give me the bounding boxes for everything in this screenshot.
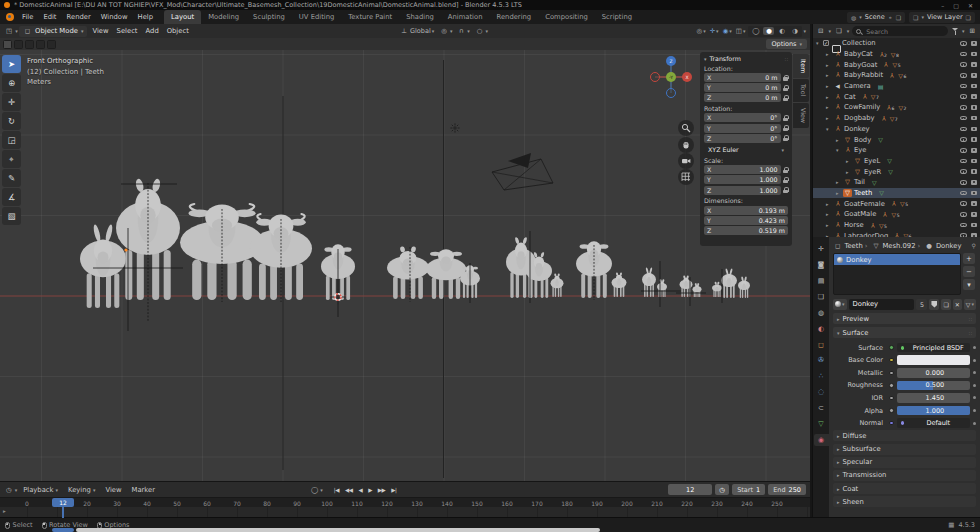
fake-user-button[interactable] <box>929 299 939 310</box>
outliner-row[interactable]: ▸ ✓ BabyCat 2 8 <box>813 49 980 60</box>
outliner-item-label[interactable]: Cat <box>844 93 856 101</box>
disable-in-render-icon[interactable] <box>971 116 978 121</box>
maximize-button[interactable]: ▢ <box>953 2 959 9</box>
collapsed-panel-header[interactable]: ▸Sheen <box>833 496 976 507</box>
filter-icon[interactable] <box>951 27 959 35</box>
menu-item[interactable]: Help <box>133 13 159 21</box>
lock-icon[interactable] <box>783 187 788 193</box>
select-mode-extend[interactable] <box>14 40 23 49</box>
outliner-item-label[interactable]: GoatMale <box>844 210 876 218</box>
camera-view-button[interactable] <box>678 153 694 169</box>
outliner-row[interactable]: ▸ ✓ LabradorDog 6 <box>813 230 980 237</box>
sidebar-tab[interactable]: Item <box>793 54 809 78</box>
location-field[interactable]: Y0 m <box>704 83 781 92</box>
workspace-tab[interactable]: Sculpting <box>246 10 292 24</box>
timeline-tracks[interactable]: ▸ <box>0 507 810 517</box>
collapsed-panel-header[interactable]: ▸Transmission <box>833 470 976 481</box>
blender-menu-icon[interactable] <box>6 13 14 21</box>
lock-icon[interactable] <box>783 85 788 91</box>
tool-button[interactable]: ⌖ <box>2 150 21 168</box>
remove-slot-button[interactable]: − <box>963 266 975 277</box>
expand-arrow-icon[interactable]: ▾ <box>826 126 833 132</box>
expand-arrow-icon[interactable]: ▸ <box>826 104 833 110</box>
disable-in-render-icon[interactable] <box>971 212 978 217</box>
breadcrumb-item[interactable]: ◻Teeth <box>833 242 863 250</box>
outliner-item-label[interactable]: Donkey <box>844 125 870 133</box>
hide-in-viewport-icon[interactable] <box>960 137 967 142</box>
playhead-line[interactable] <box>62 507 64 518</box>
lock-icon[interactable] <box>783 75 788 81</box>
timeline-scrollbar[interactable] <box>76 528 600 532</box>
select-mode-invert[interactable] <box>36 40 45 49</box>
disable-in-render-icon[interactable] <box>971 52 978 57</box>
menu-item[interactable]: Window <box>96 13 133 21</box>
workspace-tab[interactable]: Compositing <box>538 10 595 24</box>
workspace-tab[interactable]: Scripting <box>595 10 639 24</box>
hide-in-viewport-icon[interactable] <box>960 52 967 57</box>
playback-button[interactable]: ▶| <box>389 487 398 493</box>
properties-tab[interactable]: ✇ <box>814 354 829 367</box>
rotation-field[interactable]: Z0° <box>704 134 781 143</box>
properties-tab[interactable]: ◻ <box>814 338 829 351</box>
outliner-row[interactable]: ▸ ✓ Teeth <box>813 188 980 199</box>
new-material-button[interactable]: ❏ <box>941 299 950 310</box>
playback-button[interactable]: ▶▶ <box>376 487 387 493</box>
add-slot-button[interactable]: + <box>963 253 975 264</box>
hide-in-viewport-icon[interactable] <box>960 212 967 217</box>
expand-arrow-icon[interactable]: ▸ <box>836 190 843 196</box>
disable-in-render-icon[interactable] <box>971 223 978 228</box>
frame-end-field[interactable]: End250 <box>768 484 806 495</box>
timeline-editor-icon[interactable]: ◷ <box>4 486 14 494</box>
unlink-material-button[interactable]: ✕ <box>953 299 962 310</box>
properties-tab[interactable]: ✛ <box>814 243 829 256</box>
hide-in-viewport-icon[interactable] <box>960 105 967 110</box>
shading-mode-button[interactable]: ◐ <box>776 27 787 35</box>
viewport-menu-item[interactable]: Select <box>113 27 142 35</box>
outliner-row[interactable]: ▸ ✓ GoatFemale 5 <box>813 198 980 209</box>
scale-field[interactable]: X1.000 <box>704 165 781 174</box>
menu-item[interactable]: Render <box>62 13 96 21</box>
hide-in-viewport-icon[interactable] <box>960 41 967 46</box>
outliner-row[interactable]: ▸ ✓ Dogbaby 7 <box>813 113 980 124</box>
hide-in-viewport-icon[interactable] <box>960 169 967 174</box>
playback-button[interactable]: |◀ <box>332 487 341 493</box>
properties-tab[interactable]: ◉ <box>814 434 829 447</box>
lock-icon[interactable] <box>783 177 788 183</box>
select-mode-set[interactable] <box>3 40 12 49</box>
timeline-ruler[interactable]: 0102030405060708090100110120130140150160… <box>0 497 810 507</box>
disable-in-render-icon[interactable] <box>971 105 978 110</box>
property-field[interactable]: 0.000 <box>897 368 970 378</box>
collapsed-panel-header[interactable]: ▸Specular <box>833 457 976 468</box>
collapse-icon[interactable]: ▾ <box>704 56 707 62</box>
minimize-button[interactable]: – <box>941 2 944 9</box>
viewport-3d[interactable]: XZ-Y ◳▾ ◻Object Mode▾ ViewSelectAddObjec… <box>0 24 810 481</box>
pin-id-icon[interactable]: ⚲ <box>972 242 976 249</box>
viewport-grid[interactable] <box>0 50 810 481</box>
lock-icon[interactable] <box>783 167 788 173</box>
disable-in-render-icon[interactable] <box>971 41 978 46</box>
hide-in-viewport-icon[interactable] <box>960 201 967 206</box>
hide-in-viewport-icon[interactable] <box>960 116 967 121</box>
expand-arrow-icon[interactable]: ▸ <box>826 211 833 217</box>
surface-panel-header[interactable]: ▾Surface∷ <box>833 327 976 338</box>
outliner-row[interactable]: ▸ ✓ BabyGoat 5 <box>813 59 980 70</box>
outliner-item-label[interactable]: Body <box>854 136 871 144</box>
tool-button[interactable]: ◲ <box>2 131 21 149</box>
viewport-toggle[interactable]: ✛▾ <box>708 27 721 35</box>
disable-in-render-icon[interactable] <box>971 169 978 174</box>
hide-in-viewport-icon[interactable] <box>960 94 967 99</box>
playback-button[interactable]: ◀ <box>356 487 364 493</box>
outliner-row[interactable]: ▸ ✓ EyeL <box>813 156 980 167</box>
outliner-row[interactable]: ▸ ✓ Horse 5 <box>813 220 980 231</box>
outliner-row[interactable]: ▾ ✓ Collection <box>813 38 980 49</box>
outliner-editor-icon[interactable]: ⊟ <box>816 27 825 35</box>
hide-in-viewport-icon[interactable] <box>960 127 967 132</box>
tool-button[interactable]: ∡ <box>2 188 21 206</box>
outliner-item-label[interactable]: BabyGoat <box>844 61 877 69</box>
select-mode-intersect[interactable] <box>47 40 56 49</box>
outliner-row[interactable]: ▾ ✓ Eye <box>813 145 980 156</box>
viewport-menu-item[interactable]: View <box>88 27 112 35</box>
shading-mode-button[interactable]: ◯ <box>750 27 761 35</box>
hide-in-viewport-icon[interactable] <box>960 148 967 153</box>
outliner-row[interactable]: ▸ ✓ Cat 7 <box>813 91 980 102</box>
